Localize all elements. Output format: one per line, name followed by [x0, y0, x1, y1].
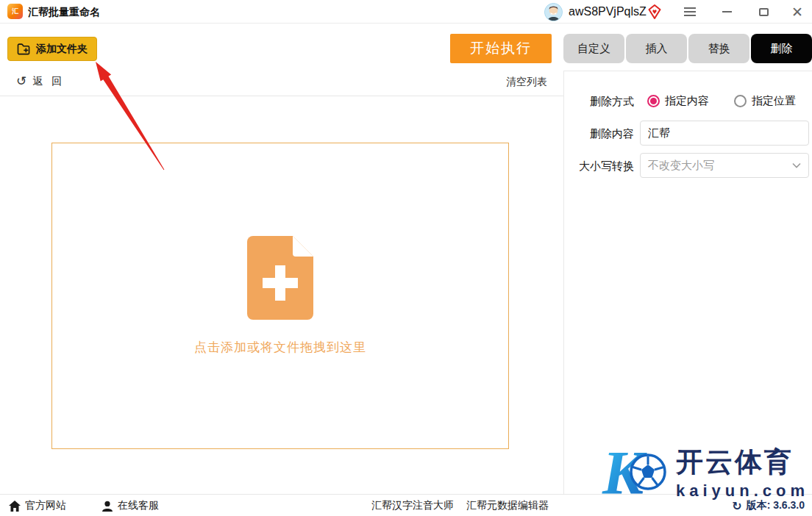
username-label: awS8PVjPqlsZ [569, 0, 647, 24]
online-support-label: 在线客服 [118, 499, 159, 512]
delete-mode-label: 删除方式 [566, 95, 634, 109]
official-site-link[interactable]: 官方网站 [9, 495, 66, 516]
tab-custom[interactable]: 自定义 [563, 34, 624, 63]
file-dropzone[interactable]: 点击添加或将文件拖拽到这里 [51, 143, 509, 449]
file-plus-icon [247, 236, 313, 320]
pinyin-app-link[interactable]: 汇帮汉字注音大师 [371, 495, 454, 516]
avatar-face-icon [545, 4, 562, 21]
home-icon [9, 501, 21, 512]
radio-specified-position[interactable] [734, 95, 747, 107]
version-info: ↻ 版本: 3.6.3.0 [732, 495, 805, 516]
online-support-link[interactable]: 在线客服 [102, 495, 159, 516]
app-title: 汇帮批量重命名 [28, 0, 100, 24]
titlebar: 汇 汇帮批量重命名 awS8PVjPqlsZ ✕ [0, 0, 812, 24]
list-header: ↺ 返 回 清空列表 [0, 71, 563, 96]
radio-option-specified-position[interactable]: 指定位置 [734, 94, 796, 108]
maximize-button[interactable] [749, 0, 778, 24]
radio-option-specified-content[interactable]: 指定内容 [647, 94, 709, 108]
tab-insert[interactable]: 插入 [626, 34, 687, 63]
version-label: 版本: 3.6.3.0 [747, 499, 805, 512]
footer-bar: 官方网站 在线客服 汇帮汉字注音大师 汇帮元数据编辑器 ↻ 版本: 3.6.3.… [0, 494, 812, 516]
clear-list-button[interactable]: 清空列表 [506, 76, 547, 89]
radio-specified-content-label: 指定内容 [665, 94, 709, 108]
delete-content-input[interactable] [640, 121, 809, 146]
add-folder-label: 添加文件夹 [36, 43, 88, 56]
update-refresh-icon[interactable]: ↻ [732, 499, 741, 513]
minimize-button[interactable] [712, 0, 741, 24]
back-label: 返 回 [32, 75, 65, 88]
tab-delete[interactable]: 删除 [751, 34, 812, 63]
rename-mode-tabs: 自定义 插入 替换 删除 [563, 34, 812, 63]
radio-specified-content[interactable] [647, 95, 660, 107]
folder-plus-icon [17, 43, 31, 55]
app-window: 汇 汇帮批量重命名 awS8PVjPqlsZ ✕ 添加文件夹 开始执 [0, 0, 812, 516]
case-convert-value: 不改变大小写 [648, 159, 714, 173]
delete-content-label: 删除内容 [566, 127, 634, 141]
back-arrow-icon: ↺ [16, 74, 26, 89]
vip-gem-icon [647, 4, 663, 20]
dropzone-hint: 点击添加或将文件拖拽到这里 [194, 339, 366, 356]
case-convert-label: 大小写转换 [566, 160, 634, 173]
start-execute-button[interactable]: 开始执行 [450, 34, 552, 63]
close-button[interactable]: ✕ [783, 0, 812, 24]
case-convert-select[interactable]: 不改变大小写 [640, 153, 809, 178]
delete-mode-radio-group: 指定内容 指定位置 [647, 94, 796, 108]
chevron-down-icon [792, 162, 801, 168]
app-logo-icon: 汇 [7, 4, 23, 19]
support-person-icon [102, 501, 113, 512]
menu-button[interactable] [675, 0, 705, 24]
radio-specified-position-label: 指定位置 [752, 94, 796, 108]
official-site-label: 官方网站 [25, 499, 66, 512]
metadata-app-link[interactable]: 汇帮元数据编辑器 [466, 495, 549, 516]
add-folder-button[interactable]: 添加文件夹 [7, 37, 97, 61]
user-avatar[interactable] [544, 3, 563, 21]
back-button[interactable]: ↺ 返 回 [16, 74, 65, 89]
tab-replace[interactable]: 替换 [688, 34, 749, 63]
